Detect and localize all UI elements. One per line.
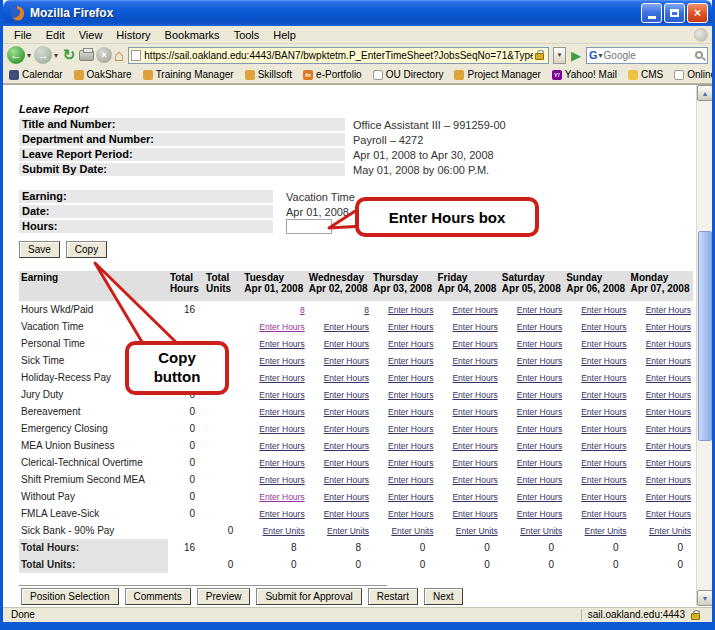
menu-item-file[interactable]: File <box>7 27 39 43</box>
enter-hours-link[interactable]: Enter Hours <box>259 509 304 519</box>
enter-hours-link[interactable]: Enter Hours <box>452 322 497 332</box>
next-button[interactable]: Next <box>424 588 463 605</box>
enter-hours-link[interactable]: Enter Hours <box>388 373 433 383</box>
minimize-button[interactable] <box>641 3 662 23</box>
enter-hours-link[interactable]: Enter Hours <box>259 458 304 468</box>
enter-hours-link[interactable]: Enter Hours <box>324 390 369 400</box>
enter-hours-link[interactable]: Enter Hours <box>452 407 497 417</box>
enter-hours-link[interactable]: Enter Hours <box>517 339 562 349</box>
enter-hours-link[interactable]: Enter Hours <box>388 390 433 400</box>
vertical-scrollbar[interactable]: ▲ ▼ <box>696 85 712 606</box>
enter-hours-link[interactable]: Enter Hours <box>581 424 626 434</box>
enter-hours-link[interactable]: Enter Hours <box>388 458 433 468</box>
bookmark-item[interactable]: Y!Yahoo! Mail <box>552 69 617 80</box>
bookmark-item[interactable]: Project Manager <box>454 69 540 80</box>
enter-hours-link[interactable]: Enter Hours <box>646 407 691 417</box>
enter-hours-link[interactable]: 8 <box>364 305 369 315</box>
comments-button[interactable]: Comments <box>125 588 191 605</box>
forward-dropdown-icon[interactable]: ▾ <box>54 51 58 60</box>
enter-hours-link[interactable]: Enter Hours <box>581 458 626 468</box>
enter-hours-link[interactable]: Enter Hours <box>259 492 304 502</box>
bookmark-item[interactable]: Skillsoft <box>245 69 292 80</box>
hours-input[interactable] <box>286 219 332 234</box>
enter-hours-link[interactable]: Enter Hours <box>259 407 304 417</box>
menu-item-tools[interactable]: Tools <box>227 27 267 43</box>
enter-hours-link[interactable]: Enter Hours <box>581 339 626 349</box>
enter-hours-link[interactable]: Enter Hours <box>452 509 497 519</box>
enter-hours-link[interactable]: Enter Hours <box>517 305 562 315</box>
scrollbar-thumb[interactable] <box>698 231 712 441</box>
back-button[interactable]: ← <box>7 46 25 64</box>
menu-item-bookmarks[interactable]: Bookmarks <box>158 27 227 43</box>
back-dropdown-icon[interactable]: ▾ <box>27 51 31 60</box>
bookmark-item[interactable]: Calendar <box>9 69 63 80</box>
enter-hours-link[interactable]: Enter Units <box>585 526 627 536</box>
copy-button[interactable]: Copy <box>66 241 107 258</box>
enter-hours-link[interactable]: Enter Hours <box>388 322 433 332</box>
enter-hours-link[interactable]: Enter Hours <box>388 475 433 485</box>
enter-hours-link[interactable]: Enter Hours <box>646 390 691 400</box>
enter-hours-link[interactable]: Enter Hours <box>581 509 626 519</box>
enter-hours-link[interactable]: Enter Hours <box>517 373 562 383</box>
enter-hours-link[interactable]: Enter Units <box>263 526 305 536</box>
enter-hours-link[interactable]: Enter Hours <box>452 458 497 468</box>
enter-hours-link[interactable]: Enter Hours <box>324 492 369 502</box>
enter-hours-link[interactable]: Enter Hours <box>259 390 304 400</box>
enter-hours-link[interactable]: 8 <box>300 305 305 315</box>
menu-item-view[interactable]: View <box>72 27 110 43</box>
enter-hours-link[interactable]: Enter Hours <box>452 305 497 315</box>
restart-button[interactable]: Restart <box>368 588 418 605</box>
menu-item-edit[interactable]: Edit <box>39 27 72 43</box>
forward-button[interactable]: → <box>34 46 52 64</box>
enter-hours-link[interactable]: Enter Hours <box>388 305 433 315</box>
enter-hours-link[interactable]: Enter Hours <box>324 407 369 417</box>
go-button[interactable]: ▶ <box>568 48 584 63</box>
enter-hours-link[interactable]: Enter Hours <box>324 339 369 349</box>
reload-button[interactable]: ↻ <box>61 46 77 64</box>
enter-hours-link[interactable]: Enter Hours <box>517 322 562 332</box>
enter-hours-link[interactable]: Enter Hours <box>646 305 691 315</box>
enter-hours-link[interactable]: Enter Hours <box>324 458 369 468</box>
enter-hours-link[interactable]: Enter Hours <box>324 356 369 366</box>
enter-hours-link[interactable]: Enter Hours <box>646 475 691 485</box>
enter-hours-link[interactable]: Enter Hours <box>452 356 497 366</box>
search-engine-dropdown-icon[interactable]: ▾ <box>599 51 603 60</box>
enter-hours-link[interactable]: Enter Hours <box>388 492 433 502</box>
enter-hours-link[interactable]: Enter Hours <box>581 322 626 332</box>
scroll-up-button[interactable]: ▲ <box>697 85 712 101</box>
enter-hours-link[interactable]: Enter Hours <box>581 407 626 417</box>
menu-item-help[interactable]: Help <box>266 27 303 43</box>
enter-hours-link[interactable]: Enter Units <box>520 526 562 536</box>
preview-button[interactable]: Preview <box>197 588 251 605</box>
bookmark-item[interactable]: OakShare <box>74 69 132 80</box>
enter-hours-link[interactable]: Enter Hours <box>388 509 433 519</box>
enter-hours-link[interactable]: Enter Units <box>327 526 369 536</box>
enter-hours-link[interactable]: Enter Hours <box>324 475 369 485</box>
save-button[interactable]: Save <box>19 241 60 258</box>
print-button[interactable] <box>79 50 94 61</box>
enter-hours-link[interactable]: Enter Hours <box>517 441 562 451</box>
enter-hours-link[interactable]: Enter Hours <box>517 390 562 400</box>
enter-hours-link[interactable]: Enter Hours <box>259 475 304 485</box>
enter-hours-link[interactable]: Enter Hours <box>388 407 433 417</box>
enter-hours-link[interactable]: Enter Units <box>391 526 433 536</box>
enter-hours-link[interactable]: Enter Hours <box>517 458 562 468</box>
url-input[interactable] <box>144 50 533 61</box>
enter-hours-link[interactable]: Enter Hours <box>646 492 691 502</box>
maximize-button[interactable] <box>664 3 685 23</box>
enter-hours-link[interactable]: Enter Hours <box>259 441 304 451</box>
enter-hours-link[interactable]: Enter Hours <box>452 441 497 451</box>
enter-hours-link[interactable]: Enter Hours <box>646 373 691 383</box>
enter-hours-link[interactable]: Enter Hours <box>259 322 304 332</box>
enter-hours-link[interactable]: Enter Units <box>456 526 498 536</box>
enter-hours-link[interactable]: Enter Hours <box>452 424 497 434</box>
bookmark-item[interactable]: Training Manager <box>143 69 234 80</box>
enter-hours-link[interactable]: Enter Hours <box>581 356 626 366</box>
enter-hours-link[interactable]: Enter Hours <box>324 509 369 519</box>
enter-hours-link[interactable]: Enter Hours <box>581 305 626 315</box>
submit-for-approval-button[interactable]: Submit for Approval <box>256 588 361 605</box>
enter-hours-link[interactable]: Enter Hours <box>517 424 562 434</box>
enter-hours-link[interactable]: Enter Hours <box>581 441 626 451</box>
enter-hours-link[interactable]: Enter Hours <box>259 339 304 349</box>
enter-hours-link[interactable]: Enter Hours <box>517 492 562 502</box>
